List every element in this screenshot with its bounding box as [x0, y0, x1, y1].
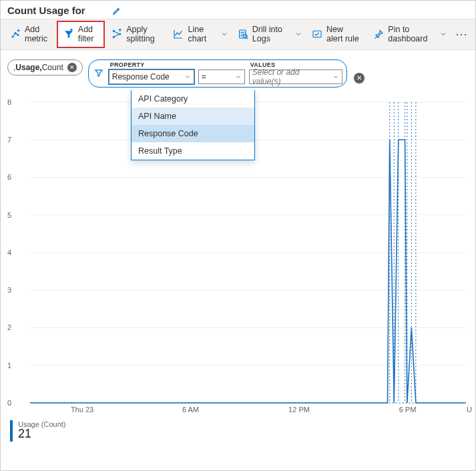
y-tick-label: 6	[7, 173, 11, 181]
x-tick-label: 6 PM	[399, 406, 417, 414]
split-icon	[111, 28, 122, 40]
chevron-down-icon	[231, 73, 242, 80]
values-select[interactable]: Select or add value(s)	[249, 69, 342, 84]
add-filter-icon	[63, 28, 74, 40]
property-select[interactable]: Response Code	[109, 69, 194, 84]
toolbar: Add metric Add filter Apply splitting Li…	[1, 19, 475, 50]
property-dropdown: API CategoryAPI NameResponse CodeResult …	[131, 90, 255, 160]
alert-icon	[312, 28, 322, 40]
operator-label	[200, 61, 245, 68]
metric-pill-agg: Count	[42, 63, 63, 72]
operator-select[interactable]: =	[198, 69, 245, 84]
line-chart-button[interactable]: Line chart	[166, 21, 217, 48]
legend-swatch	[10, 420, 13, 442]
metric-pill[interactable]: , Usage, Count ✕	[7, 59, 83, 75]
values-placeholder: Select or add value(s)	[252, 67, 328, 86]
y-tick-label: 1	[7, 361, 11, 369]
line-chart-icon	[173, 28, 184, 40]
y-tick-label: 5	[7, 211, 11, 219]
new-alert-label: New alert rule	[326, 25, 360, 44]
edit-title-icon[interactable]	[112, 6, 122, 15]
pin-dashboard-label: Pin to dashboard	[388, 25, 430, 44]
add-metric-label: Add metric	[25, 25, 50, 44]
drill-logs-label: Drill into Logs	[252, 25, 285, 44]
property-value: Response Code	[112, 72, 170, 82]
line-chart-chevron[interactable]	[218, 21, 231, 48]
chart-legend: Usage (Count) 21	[1, 416, 475, 446]
pin-dashboard-button[interactable]: Pin to dashboard	[367, 21, 437, 48]
y-tick-label: 7	[7, 136, 11, 144]
drill-logs-icon	[238, 28, 248, 40]
dropdown-item[interactable]: Result Type	[132, 142, 254, 160]
filter-builder-pill: PROPERTY Response Code = VALUES Select o…	[88, 59, 347, 88]
legend-series-value: 21	[18, 427, 66, 441]
drill-logs-button[interactable]: Drill into Logs	[231, 21, 292, 48]
new-alert-button[interactable]: New alert rule	[305, 21, 367, 48]
add-filter-label: Add filter	[78, 25, 98, 44]
pin-icon	[373, 28, 384, 40]
property-label: PROPERTY	[110, 61, 194, 68]
apply-splitting-button[interactable]: Apply splitting	[105, 21, 166, 48]
metric-pill-name: Usage,	[15, 63, 41, 72]
operator-value: =	[202, 72, 206, 82]
y-tick-label: 0	[7, 399, 11, 407]
pin-dashboard-chevron[interactable]	[437, 21, 450, 48]
svg-point-7	[244, 35, 247, 38]
apply-splitting-label: Apply splitting	[126, 25, 160, 44]
dropdown-item[interactable]: Response Code	[132, 125, 254, 142]
filter-icon	[93, 68, 105, 77]
chevron-down-icon	[180, 73, 191, 80]
add-filter-button[interactable]: Add filter	[57, 21, 105, 48]
add-metric-icon	[10, 28, 21, 40]
y-tick-label: 3	[7, 286, 11, 294]
x-tick-label: U	[467, 406, 472, 414]
filter-remove-icon[interactable]: ✕	[354, 73, 365, 84]
y-tick-label: 4	[7, 249, 11, 257]
x-tick-label: Thu 23	[71, 406, 93, 414]
toolbar-more-button[interactable]: ⋯	[450, 21, 473, 48]
metric-pill-remove-icon[interactable]: ✕	[67, 63, 77, 72]
dropdown-item[interactable]: API Category	[132, 90, 254, 108]
drill-logs-chevron[interactable]	[292, 21, 305, 48]
line-chart-label: Line chart	[188, 25, 210, 44]
x-tick-label: 6 AM	[182, 406, 199, 414]
add-metric-button[interactable]: Add metric	[3, 21, 57, 48]
dropdown-item[interactable]: API Name	[132, 108, 254, 125]
chevron-down-icon	[328, 73, 339, 80]
x-tick-label: 12 PM	[288, 406, 310, 414]
page-title: Count Usage for	[7, 5, 85, 16]
y-tick-label: 2	[7, 323, 11, 331]
y-tick-label: 8	[7, 98, 11, 106]
